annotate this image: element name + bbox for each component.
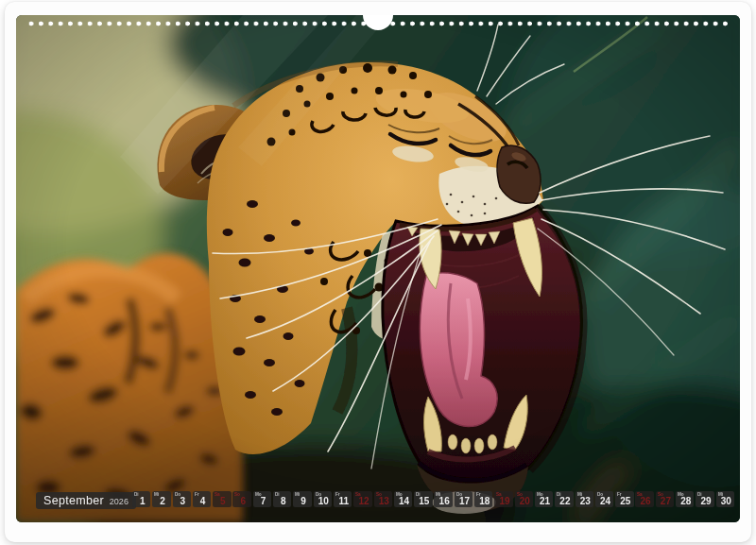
day-cell: Sa 26 <box>635 491 653 507</box>
day-number: 23 <box>576 496 593 506</box>
day-cell: Mi 16 <box>434 491 452 507</box>
day-number: 20 <box>515 496 533 506</box>
day-cell: Mo 7 <box>253 491 271 507</box>
day-number: 12 <box>353 496 371 506</box>
day-number: 11 <box>334 496 352 506</box>
day-cell: So 6 <box>232 491 250 507</box>
day-cell: Di 1 <box>132 491 150 507</box>
day-cell: Mi 2 <box>152 491 170 507</box>
day-cell: Mo 28 <box>676 491 694 507</box>
day-number: 15 <box>414 496 432 506</box>
day-cell: So 27 <box>656 491 674 507</box>
day-cell: Fr 18 <box>474 491 492 507</box>
day-number: 24 <box>595 496 613 506</box>
calendar-sheet: September 2026 Di 1 Mi 2 Do 3 Fr 4 Sa 5 … <box>5 2 751 542</box>
day-cell: Sa 5 <box>213 491 231 507</box>
day-number: 18 <box>474 496 492 506</box>
day-number: 19 <box>494 496 512 506</box>
day-cell: Mi 9 <box>293 491 311 507</box>
day-cell: Mi 23 <box>576 491 593 507</box>
day-number: 13 <box>374 496 392 506</box>
day-number: 6 <box>232 496 250 506</box>
day-number: 2 <box>152 496 170 506</box>
day-number: 28 <box>676 496 694 506</box>
month-label: September <box>43 492 104 509</box>
day-number: 4 <box>193 496 211 506</box>
day-cell: Di 8 <box>273 491 291 507</box>
day-number: 26 <box>635 496 653 506</box>
jaguar-photo-illustration <box>16 15 740 522</box>
month-year-label: September 2026 <box>36 492 136 509</box>
day-number: 7 <box>253 496 271 506</box>
day-cell: Mo 14 <box>394 491 412 507</box>
day-number: 25 <box>615 496 633 506</box>
day-number: 29 <box>696 496 713 506</box>
day-cell: Fr 11 <box>334 491 352 507</box>
day-cell: Do 3 <box>173 491 191 507</box>
photo-area: September 2026 Di 1 Mi 2 Do 3 Fr 4 Sa 5 … <box>16 15 740 522</box>
day-number: 5 <box>213 496 231 506</box>
day-cell: So 20 <box>515 491 533 507</box>
day-cell: Di 29 <box>696 491 713 507</box>
day-cell: Do 17 <box>455 491 472 507</box>
day-cell: Mi 30 <box>716 491 734 507</box>
day-number: 17 <box>455 496 472 506</box>
day-number: 3 <box>173 496 191 506</box>
day-number: 21 <box>535 496 553 506</box>
day-cell: So 13 <box>374 491 392 507</box>
day-number: 22 <box>555 496 573 506</box>
vignette <box>16 15 740 522</box>
year-label: 2026 <box>110 497 129 506</box>
day-number: 14 <box>394 496 412 506</box>
day-number: 16 <box>434 496 452 506</box>
day-number: 27 <box>656 496 674 506</box>
day-number: 1 <box>132 496 150 506</box>
day-number: 8 <box>273 496 291 506</box>
day-cell: Sa 12 <box>353 491 371 507</box>
day-cell: Fr 25 <box>615 491 633 507</box>
date-strip: Di 1 Mi 2 Do 3 Fr 4 Sa 5 So 6 Mo 7 Di 8 … <box>132 491 734 508</box>
day-cell: Di 22 <box>555 491 573 507</box>
day-number: 9 <box>293 496 311 506</box>
day-cell: Do 24 <box>595 491 613 507</box>
day-cell: Mo 21 <box>535 491 553 507</box>
day-cell: Sa 19 <box>494 491 512 507</box>
day-number: 10 <box>314 496 332 506</box>
day-cell: Di 15 <box>414 491 432 507</box>
day-cell: Fr 4 <box>193 491 211 507</box>
day-number: 30 <box>716 496 734 506</box>
day-cell: Do 10 <box>314 491 332 507</box>
